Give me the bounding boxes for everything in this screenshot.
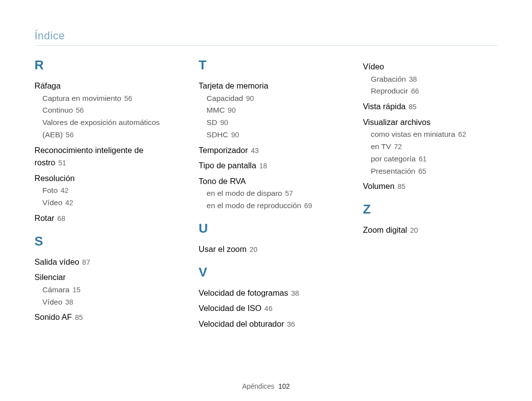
index-subentry-page: 72 bbox=[394, 143, 402, 151]
index-subentry-label: en el modo de reproducción bbox=[206, 201, 301, 210]
index-subentry-page: 90 bbox=[246, 94, 254, 102]
index-entry-term: Velocidad del obturador bbox=[199, 319, 284, 328]
index-entry-page: 46 bbox=[265, 305, 272, 312]
index-subentry: como vistas en miniatura62 bbox=[371, 128, 498, 141]
index-entry: Vídeo bbox=[363, 61, 498, 73]
index-subentry-label: Vídeo bbox=[42, 198, 63, 207]
index-column: RRáfagaCaptura en movimiento56Continuo56… bbox=[34, 58, 169, 330]
index-subentry-label: SDHC bbox=[206, 130, 228, 139]
page-footer: Apéndices 102 bbox=[0, 382, 532, 390]
index-entry-term: Resolución bbox=[34, 174, 75, 183]
index-entry-page: 20 bbox=[250, 246, 258, 253]
index-entry-term: Ráfaga bbox=[34, 81, 61, 90]
index-subentry: SDHC90 bbox=[206, 129, 333, 141]
index-subentry: Capacidad90 bbox=[206, 93, 333, 105]
index-subentry: Valores de exposición automáticos (AEB)5… bbox=[42, 117, 169, 141]
index-letter-heading: S bbox=[34, 234, 169, 249]
index-subentry: Grabación38 bbox=[371, 73, 498, 86]
index-entry: Sonido AF85 bbox=[34, 311, 169, 324]
index-entry: Velocidad de fotogramas38 bbox=[199, 287, 333, 300]
index-entry-term: Rotar bbox=[34, 214, 54, 222]
index-entry: Reconocimiento inteligente de rostro51 bbox=[34, 144, 169, 169]
index-letter-heading: U bbox=[199, 221, 333, 236]
index-entry-term: Tarjeta de memoria bbox=[199, 81, 268, 90]
index-entry: Salida vídeo87 bbox=[34, 256, 169, 269]
index-subentry-page: 90 bbox=[231, 131, 239, 139]
index-entry-term: Volumen bbox=[363, 182, 395, 190]
index-entry: Temporizador43 bbox=[199, 144, 333, 157]
index-entry-page: 85 bbox=[409, 103, 417, 111]
index-subentry: en el modo de reproducción69 bbox=[206, 200, 333, 212]
index-entry-page: 18 bbox=[259, 162, 267, 170]
index-subentry-label: SD bbox=[206, 118, 217, 126]
index-entry-term: Usar el zoom bbox=[199, 245, 246, 253]
index-entry-term: Tono de RVA bbox=[199, 177, 246, 185]
index-entry-term: Velocidad de ISO bbox=[199, 304, 262, 312]
index-subentry: Foto42 bbox=[42, 185, 169, 197]
index-entry-term: Tipo de pantalla bbox=[199, 161, 256, 170]
index-subentry-label: Captura en movimiento bbox=[42, 94, 121, 102]
index-subentry-page: 42 bbox=[61, 186, 68, 194]
index-subentry-label: como vistas en miniatura bbox=[371, 130, 455, 138]
index-subentry-label: Capacidad bbox=[206, 94, 243, 102]
index-subentry-label: Vídeo bbox=[42, 298, 63, 306]
index-subentry: en TV72 bbox=[371, 141, 498, 153]
index-entry-page: 20 bbox=[410, 226, 418, 234]
index-subentry-page: 38 bbox=[409, 75, 417, 83]
index-letter-heading: V bbox=[199, 265, 333, 280]
index-subentry-page: 61 bbox=[419, 155, 427, 163]
index-subentry: Presentación65 bbox=[371, 165, 498, 178]
index-entry: Tipo de pantalla18 bbox=[199, 159, 333, 172]
index-subentry-label: Grabación bbox=[371, 75, 406, 83]
index-subentry-label: en TV bbox=[371, 142, 391, 151]
index-column: VídeoGrabación38Reproducir66Vista rápida… bbox=[363, 58, 498, 330]
index-subentry-page: 65 bbox=[418, 167, 426, 175]
index-subentry: Captura en movimiento56 bbox=[42, 93, 169, 105]
index-entry-term: Visualizar archivos bbox=[363, 118, 431, 126]
index-subentry-page: 38 bbox=[66, 298, 73, 306]
index-entry-term: Sonido AF bbox=[34, 312, 72, 321]
index-entry-page: 68 bbox=[57, 215, 65, 222]
page-title: Índice bbox=[34, 30, 498, 46]
index-entry: Silenciar bbox=[34, 271, 169, 284]
index-subentry-page: 57 bbox=[285, 189, 293, 197]
index-subentry-page: 69 bbox=[304, 202, 312, 210]
index-entry-page: 51 bbox=[58, 159, 66, 167]
index-entry: Volumen85 bbox=[363, 180, 498, 193]
index-entry: Resolución bbox=[34, 172, 169, 185]
index-letter-heading: Z bbox=[363, 202, 498, 217]
index-entry: Velocidad de ISO46 bbox=[199, 302, 333, 315]
index-entry-page: 43 bbox=[251, 147, 259, 154]
index-entry-term: Vídeo bbox=[363, 62, 384, 71]
index-entry: Tarjeta de memoria bbox=[199, 80, 333, 93]
index-entry: Ráfaga bbox=[34, 80, 169, 93]
index-entry-term: Reconocimiento inteligente de rostro bbox=[34, 146, 143, 167]
index-subentry-label: MMC bbox=[206, 106, 225, 114]
index-subentry-page: 62 bbox=[458, 130, 466, 138]
index-subentry: Vídeo42 bbox=[42, 197, 169, 209]
index-subentry: por categoría61 bbox=[371, 153, 498, 165]
index-entry: Vista rápida85 bbox=[363, 100, 498, 113]
index-subentry-page: 56 bbox=[124, 94, 132, 102]
index-subentry: Reproducir66 bbox=[371, 85, 498, 97]
index-entry-term: Silenciar bbox=[34, 273, 66, 281]
index-subentry-label: Continuo bbox=[42, 106, 73, 114]
index-subentry: MMC90 bbox=[206, 104, 333, 117]
index-subentry-page: 56 bbox=[76, 106, 84, 114]
index-subentry-label: por categoría bbox=[371, 154, 416, 163]
index-subentry-label: Valores de exposición automáticos (AEB) bbox=[42, 118, 160, 139]
index-entry-term: Zoom digital bbox=[363, 225, 407, 234]
index-subentry-page: 56 bbox=[66, 131, 73, 139]
footer-section: Apéndices bbox=[242, 382, 274, 390]
index-entry-page: 85 bbox=[398, 183, 405, 190]
index-entry-term: Temporizador bbox=[199, 146, 248, 154]
index-entry-page: 87 bbox=[82, 258, 90, 266]
index-entry: Rotar68 bbox=[34, 212, 169, 225]
index-subentry: Vídeo38 bbox=[42, 296, 169, 308]
index-subentry-page: 42 bbox=[66, 199, 73, 207]
index-page: Índice RRáfagaCaptura en movimiento56Con… bbox=[0, 0, 532, 401]
index-entry-page: 85 bbox=[75, 313, 83, 321]
index-entry-term: Salida vídeo bbox=[34, 257, 79, 266]
index-entry: Tono de RVA bbox=[199, 175, 333, 188]
index-subentry: SD90 bbox=[206, 117, 333, 129]
